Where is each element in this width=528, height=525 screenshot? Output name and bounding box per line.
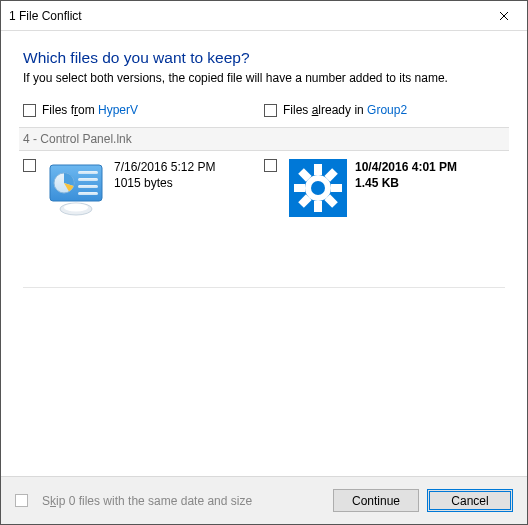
source-select-all-checkbox[interactable] bbox=[23, 104, 36, 117]
dest-file-datetime: 10/4/2016 4:01 PM bbox=[355, 159, 457, 175]
source-column-header[interactable]: Files from HyperV bbox=[23, 103, 264, 117]
svg-rect-3 bbox=[78, 185, 98, 188]
close-button[interactable] bbox=[481, 1, 527, 31]
close-icon bbox=[499, 7, 509, 24]
svg-point-7 bbox=[64, 204, 88, 212]
dialog-footer: Skip 0 files with the same date and size… bbox=[1, 476, 527, 524]
dest-file-cell[interactable]: 10/4/2016 4:01 PM 1.45 KB bbox=[264, 159, 505, 217]
dest-header-text: Files already in Group2 bbox=[283, 103, 407, 117]
dest-column-header[interactable]: Files already in Group2 bbox=[264, 103, 505, 117]
svg-rect-12 bbox=[294, 184, 305, 192]
source-file-checkbox[interactable] bbox=[23, 159, 36, 172]
footer-buttons: Continue Cancel bbox=[333, 489, 513, 512]
dest-location-link[interactable]: Group2 bbox=[367, 103, 407, 117]
content-area: Which files do you want to keep? If you … bbox=[1, 31, 527, 476]
skip-identical-checkbox bbox=[15, 494, 28, 507]
gear-icon bbox=[289, 159, 347, 217]
content-spacer bbox=[23, 288, 505, 476]
dest-file-size: 1.45 KB bbox=[355, 175, 457, 191]
skip-identical-label: Skip 0 files with the same date and size bbox=[42, 494, 252, 508]
source-file-cell[interactable]: 7/16/2016 5:12 PM 1015 bytes bbox=[23, 159, 264, 217]
window-title: 1 File Conflict bbox=[9, 9, 82, 23]
source-location-link[interactable]: HyperV bbox=[98, 103, 138, 117]
source-file-datetime: 7/16/2016 5:12 PM bbox=[114, 159, 215, 175]
conflict-row: 7/16/2016 5:12 PM 1015 bytes bbox=[23, 151, 505, 288]
dest-select-all-checkbox[interactable] bbox=[264, 104, 277, 117]
control-panel-icon bbox=[48, 159, 106, 217]
svg-rect-11 bbox=[314, 201, 322, 212]
column-headers: Files from HyperV Files already in Group… bbox=[23, 103, 505, 117]
svg-rect-2 bbox=[78, 178, 98, 181]
svg-rect-13 bbox=[331, 184, 342, 192]
dest-file-meta: 10/4/2016 4:01 PM 1.45 KB bbox=[355, 159, 457, 191]
titlebar: 1 File Conflict bbox=[1, 1, 527, 31]
dialog-heading: Which files do you want to keep? bbox=[23, 49, 505, 67]
dest-file-checkbox[interactable] bbox=[264, 159, 277, 172]
svg-rect-1 bbox=[78, 171, 98, 174]
source-file-size: 1015 bytes bbox=[114, 175, 215, 191]
cancel-button[interactable]: Cancel bbox=[427, 489, 513, 512]
svg-rect-10 bbox=[314, 164, 322, 175]
source-header-text: Files from HyperV bbox=[42, 103, 138, 117]
continue-button[interactable]: Continue bbox=[333, 489, 419, 512]
source-file-meta: 7/16/2016 5:12 PM 1015 bytes bbox=[114, 159, 215, 191]
svg-point-18 bbox=[311, 181, 325, 195]
svg-rect-4 bbox=[78, 192, 98, 195]
dialog-subtext: If you select both versions, the copied … bbox=[23, 71, 505, 85]
conflict-group-header: 4 - Control Panel.lnk bbox=[19, 127, 509, 151]
